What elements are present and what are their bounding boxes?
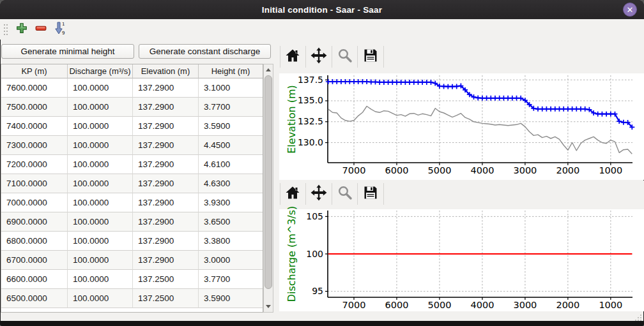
sort-rows-button[interactable]: 1 9 (52, 22, 68, 37)
table-cell[interactable]: 3.5900 (199, 117, 263, 136)
table-cell[interactable]: 137.2900 (133, 251, 199, 270)
elevation-chart[interactable]: 7000600050004000300020001000130.0132.513… (279, 73, 644, 180)
column-header-kp[interactable]: KP (m) (1, 64, 68, 78)
table-cell[interactable]: 3.6500 (199, 212, 263, 232)
remove-row-button[interactable] (33, 22, 49, 37)
scroll-up-button[interactable] (264, 65, 273, 75)
table-cell[interactable]: 100.0000 (68, 155, 133, 174)
elevation-figure: 7000600050004000300020001000130.0132.513… (279, 73, 644, 180)
column-header-height[interactable]: Height (m) (199, 64, 263, 78)
table-cell[interactable]: 137.2900 (133, 117, 199, 136)
table-cell[interactable]: 3.1000 (199, 78, 263, 98)
svg-text:137.5: 137.5 (298, 75, 323, 85)
table-cell[interactable]: 100.0000 (68, 78, 133, 98)
generate-constant-discharge-button[interactable]: Generate constant discharge (139, 44, 271, 59)
table-cell[interactable]: 3.3800 (199, 232, 263, 251)
svg-text:105: 105 (306, 211, 323, 221)
save-button[interactable] (361, 184, 380, 204)
table-cell[interactable]: 100.0000 (68, 232, 133, 251)
column-header-discharge[interactable]: Discharge (m³/s) (68, 64, 133, 78)
table-row[interactable]: 6900.0000100.0000137.29003.6500 (1, 212, 263, 232)
svg-text:7000: 7000 (342, 165, 366, 175)
minus-icon (35, 22, 47, 36)
table-cell[interactable]: 137.2900 (133, 78, 199, 98)
table-row[interactable]: 7200.0000100.0000137.29004.6100 (1, 155, 263, 174)
table-cell[interactable]: 4.6100 (199, 155, 263, 174)
generate-minimal-height-button[interactable]: Generate minimal height (1, 44, 134, 59)
table-cell[interactable]: 137.2500 (133, 289, 199, 308)
plus-icon (16, 22, 27, 36)
pan-button[interactable] (309, 47, 328, 66)
toolbar-drag-handle-icon[interactable] (3, 23, 8, 40)
table-cell[interactable]: 6900.0000 (1, 212, 68, 232)
table-row[interactable]: 7100.0000100.0000137.29004.6300 (1, 174, 263, 193)
column-header-elevation[interactable]: Elevation (m) (133, 64, 199, 78)
window: Initial condition - Saar - Saar ✕ (0, 0, 644, 326)
table-row[interactable]: 7400.0000100.0000137.29003.5900 (1, 117, 263, 136)
table-row[interactable]: 6700.0000100.0000137.29003.0000 (1, 251, 263, 270)
table-cell[interactable]: 6600.0000 (1, 270, 68, 289)
svg-text:135.0: 135.0 (298, 95, 323, 105)
table-row[interactable]: 7000.0000100.0000137.29003.9300 (1, 193, 263, 212)
magnifier-icon (337, 185, 353, 203)
table-cell[interactable]: 6700.0000 (1, 251, 68, 270)
table-cell[interactable]: 137.2900 (133, 212, 199, 232)
table-cell[interactable]: 7400.0000 (1, 117, 68, 136)
table-row[interactable]: 6500.0000100.0000137.25003.5900 (1, 289, 263, 308)
initial-condition-table: KP (m) Discharge (m³/s) Elevation (m) He… (1, 64, 263, 313)
zoom-button[interactable] (335, 184, 355, 204)
table-scrollbar[interactable] (263, 64, 273, 313)
close-button[interactable]: ✕ (623, 3, 637, 17)
table-cell[interactable]: 7200.0000 (1, 155, 68, 174)
table-cell[interactable]: 100.0000 (68, 136, 133, 155)
table-cell[interactable]: 100.0000 (68, 174, 133, 193)
save-floppy-icon (363, 185, 378, 203)
table-cell[interactable]: 100.0000 (68, 98, 133, 117)
home-button[interactable] (283, 47, 302, 66)
save-button[interactable] (361, 47, 380, 66)
table-cell[interactable]: 137.2900 (133, 193, 199, 212)
table-cell[interactable]: 3.9300 (199, 193, 263, 212)
table-row[interactable]: 7500.0000100.0000137.29003.7700 (1, 98, 263, 117)
table-cell[interactable]: 137.2900 (133, 98, 199, 117)
zoom-button[interactable] (335, 47, 355, 66)
table-cell[interactable]: 137.2900 (133, 174, 199, 193)
table-cell[interactable]: 100.0000 (68, 270, 133, 289)
discharge-chart[interactable]: 700060005000400030002000100095100105 (279, 209, 644, 311)
table-cell[interactable]: 100.0000 (68, 117, 133, 136)
table-cell[interactable]: 6800.0000 (1, 232, 68, 251)
table-row[interactable]: 6800.0000100.0000137.29003.3800 (1, 232, 263, 251)
pan-button[interactable] (309, 184, 328, 204)
table-cell[interactable]: 4.6300 (199, 174, 263, 193)
svg-text:95: 95 (312, 286, 323, 296)
table-row[interactable]: 7300.0000100.0000137.29004.4500 (1, 136, 263, 155)
scroll-down-button[interactable] (264, 302, 273, 311)
table-row[interactable]: 6600.0000100.0000137.25003.7700 (1, 270, 263, 289)
titlebar[interactable]: Initial condition - Saar - Saar ✕ (0, 0, 644, 19)
table-cell[interactable]: 137.2900 (133, 155, 199, 174)
table-cell[interactable]: 100.0000 (68, 193, 133, 212)
table-cell[interactable]: 7000.0000 (1, 193, 68, 212)
table-cell[interactable]: 7600.0000 (1, 78, 68, 98)
table-cell[interactable]: 137.2900 (133, 232, 199, 251)
add-row-button[interactable] (14, 22, 29, 37)
table-cell[interactable]: 6500.0000 (1, 289, 68, 308)
table-cell[interactable]: 137.2900 (133, 136, 199, 155)
table-cell[interactable]: 100.0000 (68, 289, 133, 308)
svg-text:3000: 3000 (513, 300, 537, 310)
table-cell[interactable]: 7100.0000 (1, 174, 68, 193)
table-row[interactable]: 7600.0000100.0000137.29003.1000 (1, 78, 263, 98)
table-cell[interactable]: 3.7700 (199, 270, 263, 289)
scrollbar-thumb[interactable] (264, 75, 272, 289)
table-cell[interactable]: 100.0000 (68, 251, 133, 270)
table-cell[interactable]: 100.0000 (68, 212, 133, 232)
table-cell[interactable]: 3.7700 (199, 98, 263, 117)
table-cell[interactable]: 137.2500 (133, 270, 199, 289)
table-cell[interactable]: 7500.0000 (1, 98, 68, 117)
table-cell[interactable]: 4.4500 (199, 136, 263, 155)
table-cell[interactable]: 3.5900 (199, 289, 263, 308)
home-button[interactable] (283, 184, 302, 204)
pan-move-icon (310, 184, 327, 204)
table-cell[interactable]: 3.0000 (199, 251, 263, 270)
table-cell[interactable]: 7300.0000 (1, 136, 68, 155)
